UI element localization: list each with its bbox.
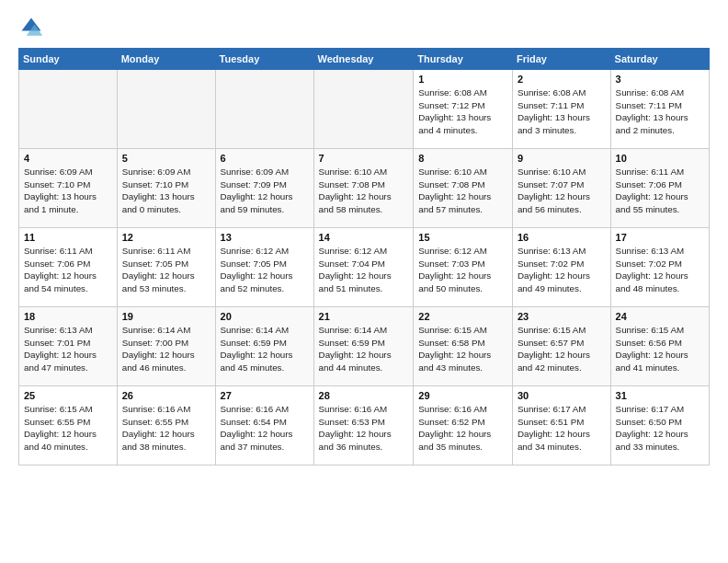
calendar-cell: 7Sunrise: 6:10 AMSunset: 7:08 PMDaylight… <box>313 149 414 228</box>
day-number: 17 <box>616 232 704 243</box>
week-row-3: 11Sunrise: 6:11 AMSunset: 7:06 PMDayligh… <box>19 228 710 307</box>
calendar-cell: 26Sunrise: 6:16 AMSunset: 6:55 PMDayligh… <box>117 386 215 465</box>
calendar-cell <box>215 70 313 149</box>
weekday-saturday: Saturday <box>610 49 709 70</box>
logo <box>18 15 48 40</box>
day-number: 31 <box>616 390 704 401</box>
day-info: Sunrise: 6:17 AMSunset: 6:51 PMDaylight:… <box>518 403 606 454</box>
day-info: Sunrise: 6:14 AMSunset: 7:00 PMDaylight:… <box>122 324 210 374</box>
day-number: 8 <box>418 153 507 164</box>
day-number: 2 <box>518 74 606 85</box>
weekday-monday: Monday <box>117 49 215 70</box>
calendar-cell: 4Sunrise: 6:09 AMSunset: 7:10 PMDaylight… <box>19 149 118 228</box>
day-info: Sunrise: 6:09 AMSunset: 7:10 PMDaylight:… <box>122 166 210 216</box>
day-info: Sunrise: 6:15 AMSunset: 6:58 PMDaylight:… <box>418 324 507 374</box>
calendar-cell: 17Sunrise: 6:13 AMSunset: 7:02 PMDayligh… <box>610 228 709 307</box>
calendar-cell: 21Sunrise: 6:14 AMSunset: 6:59 PMDayligh… <box>313 307 414 386</box>
day-number: 19 <box>122 311 210 322</box>
calendar-cell: 12Sunrise: 6:11 AMSunset: 7:05 PMDayligh… <box>117 228 215 307</box>
day-number: 7 <box>319 153 409 164</box>
header <box>18 15 710 40</box>
day-number: 18 <box>24 311 112 322</box>
day-number: 14 <box>319 232 409 243</box>
calendar-cell: 1Sunrise: 6:08 AMSunset: 7:12 PMDaylight… <box>414 70 513 149</box>
day-number: 5 <box>122 153 210 164</box>
week-row-1: 1Sunrise: 6:08 AMSunset: 7:12 PMDaylight… <box>19 70 710 149</box>
day-info: Sunrise: 6:13 AMSunset: 7:01 PMDaylight:… <box>24 324 112 374</box>
day-number: 4 <box>24 153 112 164</box>
calendar-cell: 25Sunrise: 6:15 AMSunset: 6:55 PMDayligh… <box>19 386 118 465</box>
calendar-cell: 14Sunrise: 6:12 AMSunset: 7:04 PMDayligh… <box>313 228 414 307</box>
weekday-header-row: SundayMondayTuesdayWednesdayThursdayFrid… <box>19 49 710 70</box>
day-number: 12 <box>122 232 210 243</box>
weekday-friday: Friday <box>512 49 610 70</box>
day-info: Sunrise: 6:11 AMSunset: 7:06 PMDaylight:… <box>616 166 704 216</box>
page: SundayMondayTuesdayWednesdayThursdayFrid… <box>0 0 728 475</box>
day-info: Sunrise: 6:17 AMSunset: 6:50 PMDaylight:… <box>616 403 704 454</box>
day-info: Sunrise: 6:08 AMSunset: 7:11 PMDaylight:… <box>518 86 606 137</box>
day-number: 16 <box>518 232 606 243</box>
logo-icon <box>18 15 44 40</box>
calendar-cell: 10Sunrise: 6:11 AMSunset: 7:06 PMDayligh… <box>610 149 709 228</box>
day-number: 29 <box>418 390 507 401</box>
week-row-4: 18Sunrise: 6:13 AMSunset: 7:01 PMDayligh… <box>19 307 710 386</box>
calendar-cell: 20Sunrise: 6:14 AMSunset: 6:59 PMDayligh… <box>215 307 313 386</box>
calendar-cell: 18Sunrise: 6:13 AMSunset: 7:01 PMDayligh… <box>19 307 118 386</box>
day-info: Sunrise: 6:13 AMSunset: 7:02 PMDaylight:… <box>518 245 606 295</box>
day-info: Sunrise: 6:12 AMSunset: 7:05 PMDaylight:… <box>221 245 309 295</box>
day-number: 1 <box>418 74 507 85</box>
weekday-tuesday: Tuesday <box>215 49 313 70</box>
day-info: Sunrise: 6:13 AMSunset: 7:02 PMDaylight:… <box>616 245 704 295</box>
calendar-cell: 28Sunrise: 6:16 AMSunset: 6:53 PMDayligh… <box>313 386 414 465</box>
calendar-cell: 24Sunrise: 6:15 AMSunset: 6:56 PMDayligh… <box>610 307 709 386</box>
day-info: Sunrise: 6:14 AMSunset: 6:59 PMDaylight:… <box>319 324 409 374</box>
day-info: Sunrise: 6:10 AMSunset: 7:07 PMDaylight:… <box>518 166 606 216</box>
calendar-cell: 30Sunrise: 6:17 AMSunset: 6:51 PMDayligh… <box>512 386 610 465</box>
calendar-cell: 16Sunrise: 6:13 AMSunset: 7:02 PMDayligh… <box>512 228 610 307</box>
day-info: Sunrise: 6:15 AMSunset: 6:57 PMDaylight:… <box>518 324 606 374</box>
weekday-wednesday: Wednesday <box>313 49 414 70</box>
day-number: 20 <box>221 311 309 322</box>
calendar-cell: 11Sunrise: 6:11 AMSunset: 7:06 PMDayligh… <box>19 228 118 307</box>
day-info: Sunrise: 6:11 AMSunset: 7:06 PMDaylight:… <box>24 245 112 295</box>
day-info: Sunrise: 6:16 AMSunset: 6:52 PMDaylight:… <box>418 403 507 454</box>
day-number: 21 <box>319 311 409 322</box>
week-row-2: 4Sunrise: 6:09 AMSunset: 7:10 PMDaylight… <box>19 149 710 228</box>
day-info: Sunrise: 6:12 AMSunset: 7:04 PMDaylight:… <box>319 245 409 295</box>
weekday-sunday: Sunday <box>19 49 118 70</box>
calendar-cell <box>313 70 414 149</box>
day-number: 23 <box>518 311 606 322</box>
calendar-cell: 15Sunrise: 6:12 AMSunset: 7:03 PMDayligh… <box>414 228 513 307</box>
day-number: 22 <box>418 311 507 322</box>
calendar-cell: 29Sunrise: 6:16 AMSunset: 6:52 PMDayligh… <box>414 386 513 465</box>
day-info: Sunrise: 6:15 AMSunset: 6:56 PMDaylight:… <box>616 324 704 374</box>
calendar-cell: 27Sunrise: 6:16 AMSunset: 6:54 PMDayligh… <box>215 386 313 465</box>
calendar-cell: 31Sunrise: 6:17 AMSunset: 6:50 PMDayligh… <box>610 386 709 465</box>
calendar-cell: 9Sunrise: 6:10 AMSunset: 7:07 PMDaylight… <box>512 149 610 228</box>
day-number: 24 <box>616 311 704 322</box>
day-number: 28 <box>319 390 409 401</box>
day-info: Sunrise: 6:16 AMSunset: 6:55 PMDaylight:… <box>122 403 210 454</box>
week-row-5: 25Sunrise: 6:15 AMSunset: 6:55 PMDayligh… <box>19 386 710 465</box>
day-info: Sunrise: 6:15 AMSunset: 6:55 PMDaylight:… <box>24 403 112 454</box>
calendar-cell: 19Sunrise: 6:14 AMSunset: 7:00 PMDayligh… <box>117 307 215 386</box>
calendar-cell <box>117 70 215 149</box>
day-info: Sunrise: 6:10 AMSunset: 7:08 PMDaylight:… <box>319 166 409 216</box>
calendar-cell <box>19 70 118 149</box>
day-info: Sunrise: 6:09 AMSunset: 7:09 PMDaylight:… <box>221 166 309 216</box>
day-number: 13 <box>221 232 309 243</box>
day-info: Sunrise: 6:16 AMSunset: 6:53 PMDaylight:… <box>319 403 409 454</box>
calendar-cell: 8Sunrise: 6:10 AMSunset: 7:08 PMDaylight… <box>414 149 513 228</box>
day-info: Sunrise: 6:14 AMSunset: 6:59 PMDaylight:… <box>221 324 309 374</box>
calendar-table: SundayMondayTuesdayWednesdayThursdayFrid… <box>18 48 710 465</box>
calendar-cell: 5Sunrise: 6:09 AMSunset: 7:10 PMDaylight… <box>117 149 215 228</box>
day-info: Sunrise: 6:08 AMSunset: 7:12 PMDaylight:… <box>418 86 507 137</box>
day-info: Sunrise: 6:09 AMSunset: 7:10 PMDaylight:… <box>24 166 112 216</box>
calendar-cell: 3Sunrise: 6:08 AMSunset: 7:11 PMDaylight… <box>610 70 709 149</box>
calendar-cell: 23Sunrise: 6:15 AMSunset: 6:57 PMDayligh… <box>512 307 610 386</box>
day-info: Sunrise: 6:11 AMSunset: 7:05 PMDaylight:… <box>122 245 210 295</box>
calendar-cell: 6Sunrise: 6:09 AMSunset: 7:09 PMDaylight… <box>215 149 313 228</box>
calendar-cell: 22Sunrise: 6:15 AMSunset: 6:58 PMDayligh… <box>414 307 513 386</box>
day-number: 6 <box>221 153 309 164</box>
day-number: 3 <box>616 74 704 85</box>
